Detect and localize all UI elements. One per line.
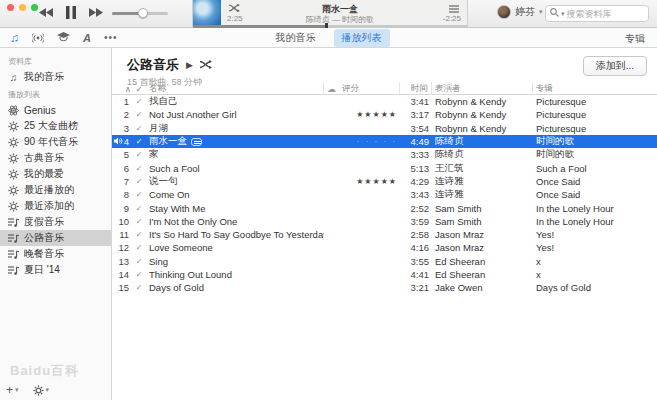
song-row[interactable]: 5 ✓ 家 3:33 陈绮贞 时间的歌: [112, 148, 657, 161]
account-menu[interactable]: 婷芬 ▾: [497, 5, 543, 19]
sidebar-item-我的音乐[interactable]: ♫ 我的音乐: [0, 69, 111, 85]
song-title: It's So Hard To Say Goodbye To Yesterday: [149, 229, 324, 240]
volume-knob[interactable]: [138, 8, 148, 18]
song-time: 2:52: [400, 203, 432, 214]
song-row[interactable]: 4 ✓ 雨水一盒 · · · · · 4:49 陈绮贞 时间的歌: [112, 135, 657, 148]
song-row[interactable]: 14 ✓ Thinking Out Lound 4:41 Ed Sheeran …: [112, 268, 657, 281]
sidebar-playlist-我的最爱[interactable]: ♫ 我的最爱: [0, 166, 111, 182]
volume-slider[interactable]: [112, 12, 168, 15]
zoom-window-button[interactable]: [31, 4, 38, 11]
song-checkbox[interactable]: ✓: [132, 217, 146, 226]
smart-playlist-gear-icon: [8, 185, 19, 196]
song-row[interactable]: 15 ✓ Days of Gold 3:21 Jake Owen Days of…: [112, 281, 657, 294]
song-number: 15: [112, 282, 132, 293]
song-row[interactable]: 8 ✓ Come On 3:43 连诗雅 Once Said: [112, 188, 657, 201]
sidebar-playlist-25 大金曲榜[interactable]: ♫ 25 大金曲榜: [0, 118, 111, 134]
search-box[interactable]: ▾: [545, 5, 649, 22]
remaining-time: -2:25: [443, 14, 461, 23]
song-checkbox[interactable]: ✓: [132, 270, 146, 279]
song-title-cell: 雨水一盒: [146, 135, 324, 148]
add-to-button[interactable]: 添加到...: [583, 56, 647, 76]
tab-playlists[interactable]: 播放列表: [334, 29, 390, 47]
smart-playlist-gear-icon: [8, 169, 19, 180]
song-checkbox[interactable]: ✓: [132, 190, 146, 199]
genius-icon: [8, 105, 19, 116]
song-row[interactable]: 10 ✓ I'm Not the Only One 3:59 Sam Smith…: [112, 215, 657, 228]
sidebar-playlist-最近播放的[interactable]: ♫ 最近播放的: [0, 182, 111, 198]
playlist-icon: ♫: [8, 169, 19, 180]
song-row[interactable]: 12 ✓ Love Someone 4:16 Jason Mraz Yes!: [112, 241, 657, 254]
sidebar-playlist-公路音乐[interactable]: ♫ 公路音乐: [0, 230, 111, 246]
smart-playlist-gear-icon: [8, 153, 19, 164]
add-playlist-button[interactable]: +▾: [6, 383, 19, 397]
pause-button[interactable]: [66, 6, 76, 19]
song-album: Picturesque: [533, 123, 657, 134]
sidebar-footer: +▾ ▾: [6, 383, 49, 397]
song-time: 3:17: [400, 109, 432, 120]
close-window-button[interactable]: [7, 4, 14, 11]
song-checkbox[interactable]: ✓: [132, 177, 146, 186]
song-title-cell: Come On: [146, 189, 324, 200]
song-artist: Robynn & Kendy: [432, 123, 533, 134]
song-row[interactable]: 2 ✓ Not Just Another Girl ★★★★★ 3:17 Rob…: [112, 108, 657, 121]
shuffle-playlist-icon[interactable]: [200, 60, 212, 71]
song-row[interactable]: 9 ✓ Stay With Me 2:52 Sam Smith In the L…: [112, 201, 657, 214]
song-checkbox[interactable]: ✓: [132, 124, 146, 133]
playlist-settings-button[interactable]: ▾: [33, 385, 50, 396]
song-title: 月湖: [149, 122, 168, 135]
sidebar-playlist-晚餐音乐[interactable]: ♫ 晚餐音乐: [0, 246, 111, 262]
song-checkbox[interactable]: ✓: [132, 110, 146, 119]
song-checkbox[interactable]: ✓: [132, 243, 146, 252]
song-number: 7: [112, 176, 132, 187]
song-checkbox[interactable]: ✓: [132, 150, 146, 159]
sidebar-playlist-90 年代音乐[interactable]: ♫ 90 年代音乐: [0, 134, 111, 150]
song-album: 时间的歌: [533, 135, 657, 148]
song-row[interactable]: 13 ✓ Sing 3:55 Ed Sheeran x: [112, 255, 657, 268]
song-checkbox[interactable]: ✓: [132, 137, 146, 146]
song-title: Not Just Another Girl: [149, 109, 237, 120]
song-time: 4:29: [400, 176, 432, 187]
song-row[interactable]: 1 ✓ 找自己 3:41 Robynn & Kendy Picturesque: [112, 95, 657, 108]
song-title-cell: Not Just Another Girl: [146, 109, 324, 120]
song-row[interactable]: 6 ✓ Such a Fool 5:13 王汇筑 Such a Fool: [112, 161, 657, 174]
song-row[interactable]: 3 ✓ 月湖 3:54 Robynn & Kendy Picturesque: [112, 122, 657, 135]
song-rating[interactable]: · · · · ·: [324, 137, 400, 146]
song-number: 6: [112, 163, 132, 174]
shuffle-icon[interactable]: [229, 3, 240, 14]
sidebar-playlist-最近添加的[interactable]: ♫ 最近添加的: [0, 198, 111, 214]
song-title-cell: I'm Not the Only One: [146, 216, 324, 227]
song-row[interactable]: 11 ✓ It's So Hard To Say Goodbye To Yest…: [112, 228, 657, 241]
song-checkbox[interactable]: ✓: [132, 97, 146, 106]
next-track-button[interactable]: [88, 7, 104, 18]
song-rating[interactable]: ★★★★★: [324, 110, 400, 119]
playlist-header: 公路音乐 ▶ 15 首歌曲, 58 分钟 添加到...: [112, 48, 657, 82]
song-checkbox[interactable]: ✓: [132, 283, 146, 292]
song-checkbox[interactable]: ✓: [132, 204, 146, 213]
previous-track-button[interactable]: [38, 7, 54, 18]
sidebar-playlist-古典音乐[interactable]: ♫ 古典音乐: [0, 150, 111, 166]
search-scope-chevron-icon[interactable]: ▾: [561, 10, 565, 18]
song-number: 14: [112, 269, 132, 280]
song-checkbox[interactable]: ✓: [132, 164, 146, 173]
song-time: 4:16: [400, 242, 432, 253]
gear-icon: [33, 385, 44, 396]
song-rating[interactable]: ★★★★★: [324, 177, 400, 186]
playlist-icon: ♫: [8, 72, 19, 83]
playlist-icon: ♫: [8, 185, 19, 196]
search-input[interactable]: [567, 9, 637, 19]
sidebar-playlist-度假音乐[interactable]: ♫ 度假音乐: [0, 214, 111, 230]
song-checkbox[interactable]: ✓: [132, 230, 146, 239]
play-playlist-icon[interactable]: ▶: [186, 60, 193, 70]
song-title: 家: [149, 148, 159, 161]
tab-my-music[interactable]: 我的音乐: [268, 29, 324, 47]
song-title: 雨水一盒: [149, 135, 187, 148]
playlist-icon: ♫: [8, 153, 19, 164]
view-selector-albums[interactable]: 专辑: [625, 32, 645, 46]
sidebar-playlist-夏日 '14[interactable]: ♫ 夏日 '14: [0, 262, 111, 278]
sidebar-playlist-Genius[interactable]: ♫ Genius: [0, 102, 111, 118]
song-row[interactable]: 7 ✓ 说一句 ★★★★★ 4:29 连诗雅 Once Said: [112, 175, 657, 188]
minimize-window-button[interactable]: [19, 4, 26, 11]
song-checkbox[interactable]: ✓: [132, 257, 146, 266]
song-album: Such a Fool: [533, 163, 657, 174]
sidebar: 资料库 ♫ 我的音乐 播放列表 ♫ Genius: [0, 48, 112, 400]
